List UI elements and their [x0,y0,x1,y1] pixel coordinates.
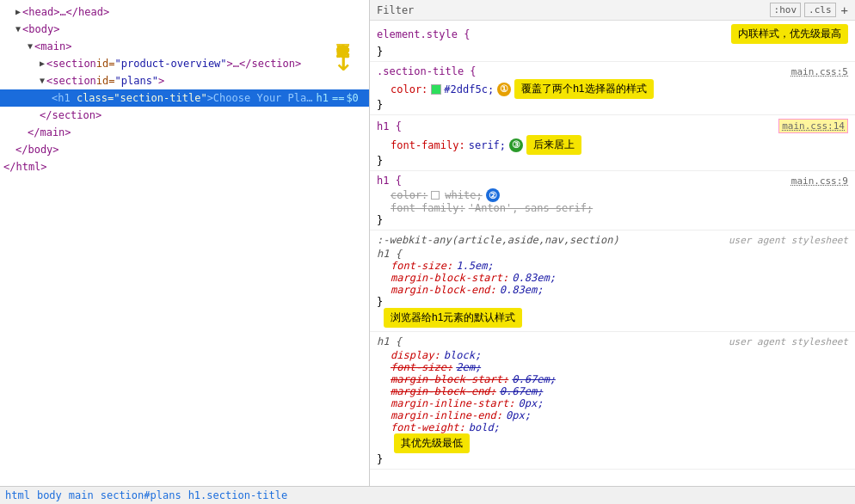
dom-line-body-close: </body> [0,141,369,158]
breadcrumb-main[interactable]: main [69,489,94,501]
element-style-block: element.style { 内联样式，优先级最高 } [370,21,855,62]
dom-panel: ▶ <head>…</head> ▼ <body> ▼ <main> ▶ <se… [0,0,370,486]
element-style-selector: element.style { [377,28,470,40]
element-style-selector-line: element.style { 内联样式，优先级最高 [377,24,848,44]
inline-style-annotation: 内联样式，优先级最高 [731,24,848,44]
h1-ua-selector-line: h1 { user agent stylesheet [377,335,848,347]
h1-ua-margin-inline-start: margin-inline-start: 0px; [377,397,848,409]
h1-serif-block: h1 { main.css:14 font-family: serif; ③ 后… [370,115,855,171]
h1-serif-annotation: 后来居上 [526,135,581,155]
h1-ua-display: display: block; [377,349,848,361]
dom-line-html-close: </html> [0,158,369,175]
h1-white-color-prop: color: white; ② [377,188,848,202]
h1-serif-selector: h1 { [377,120,402,132]
dom-line-main-close: </main> [0,124,369,141]
dom-line-section-plans[interactable]: ▼ <section id= "plans" > [0,72,369,89]
webkit-margin-start-prop: margin-block-start: 0.83em; [377,272,848,284]
section-title-block: .section-title { main.css:5 color: #2ddf… [370,62,855,115]
h1-serif-prop: font-family: serif; ③ 后来居上 [377,135,848,155]
dom-line-body: ▼ <body> [0,21,369,38]
webkit-ua-selector: :-webkit-any(article,aside,nav,section) [377,234,619,246]
filter-cls-button[interactable]: .cls [804,3,836,17]
dom-line-section-close: </section> [0,107,369,124]
breadcrumb-section[interactable]: section#plans [101,489,181,501]
h1-ua-margin-start: margin-block-start: 0.67em; [377,373,848,385]
priority-annotation: 优先级逐渐下降 ↓ [317,26,369,76]
breadcrumb-bar: html body main section#plans h1.section-… [0,486,855,504]
dom-line-head: ▶ <head>…</head> [0,3,369,21]
circle-1: ① [497,83,511,96]
h1-serif-selector-line: h1 { main.css:14 [377,119,848,133]
h1-ua-annotation: 其优先级最低 [394,433,470,453]
h1-ua-fontweight: font-weight: bold; [377,421,848,433]
dom-line-main: ▼ <main> [0,38,369,55]
dom-line-h1[interactable]: <h1 class= "section-title" >Choose Your … [0,89,369,107]
h1-serif-source[interactable]: main.css:14 [778,119,848,133]
breadcrumb-body[interactable]: body [37,489,62,501]
h1-white-block: h1 { main.css:9 color: white; ② font-fam… [370,171,855,230]
circle-2: ② [486,188,500,202]
dom-line-section-overview[interactable]: ▶ <section id= "product-overview" >…</se… [0,55,369,72]
webkit-ua-h1: h1 { [377,248,402,260]
h1-white-source[interactable]: main.css:9 [791,175,848,187]
element-style-close: } [377,46,848,58]
breadcrumb-html[interactable]: html [5,489,30,501]
webkit-ua-source: user agent stylesheet [729,235,848,246]
h1-ua-fontsize: font-size: 2em; [377,361,848,373]
h1-ua-margin-inline-end: margin-inline-end: 0px; [377,409,848,421]
section-title-selector-line: .section-title { main.css:5 [377,65,848,77]
h1-white-selector: h1 { [377,175,402,187]
filter-label: Filter [377,4,766,16]
white-swatch [431,191,440,200]
section-title-annotation: 覆盖了两个h1选择器的样式 [514,79,653,99]
h1-white-fontfamily-prop: font-family: 'Anton', sans-serif; [377,202,848,214]
section-title-color-prop: color: #2ddf5c; ① 覆盖了两个h1选择器的样式 [377,79,848,99]
h1-ua-margin-end: margin-block-end: 0.67em; [377,385,848,397]
webkit-margin-end-prop: margin-block-end: 0.83em; [377,284,848,296]
webkit-font-size-prop: font-size: 1.5em; [377,260,848,272]
styles-panel: Filter :hov .cls + element.style { 内联样式，… [370,0,855,486]
h1-white-selector-line: h1 { main.css:9 [377,175,848,187]
filter-plus-button[interactable]: + [841,3,848,17]
h1-ua-block: h1 { user agent stylesheet display: bloc… [370,332,855,470]
filter-bar: Filter :hov .cls + [370,0,855,21]
priority-arrow: ↓ [333,41,354,76]
h1-ua-source: user agent stylesheet [729,336,848,347]
section-title-source[interactable]: main.css:5 [791,66,848,77]
webkit-ua-annotation: 浏览器给h1元素的默认样式 [384,308,522,328]
circle-3: ③ [509,138,523,152]
filter-hov-button[interactable]: :hov [770,3,802,17]
breadcrumb-h1[interactable]: h1.section-title [188,489,288,501]
section-title-selector: .section-title { [377,65,477,77]
h1-ua-selector: h1 { [377,335,402,347]
webkit-ua-selector-line: :-webkit-any(article,aside,nav,section) … [377,234,848,246]
webkit-ua-block: :-webkit-any(article,aside,nav,section) … [370,230,855,332]
